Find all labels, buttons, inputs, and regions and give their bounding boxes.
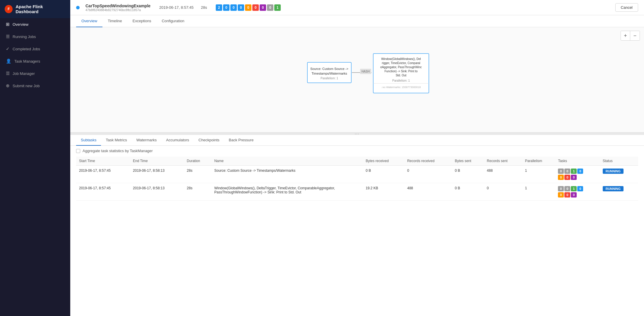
- status-badge-5: 0: [252, 4, 259, 11]
- submit-job-icon: ⊕: [6, 83, 10, 88]
- source-node-parallelism: Parallelism: 1: [321, 77, 338, 80]
- sidebar-header: F Apache Flink Dashboard: [0, 0, 70, 18]
- status-badges: 200000001: [216, 4, 281, 11]
- col-header-3: Name: [211, 157, 363, 166]
- cell-4-0: 0 B: [363, 166, 404, 183]
- cell-6-0: 0 B: [452, 166, 484, 183]
- aggregate-label: Aggregate task statistics by TaskManager: [83, 149, 153, 153]
- sidebar-item-running-jobs[interactable]: ☰ Running Jobs: [0, 30, 70, 43]
- tab-timeline[interactable]: Timeline: [102, 15, 127, 27]
- task-badge-top-1-0: 0: [558, 186, 564, 191]
- status-badge-2: 0: [230, 4, 237, 11]
- subtab-subtasks[interactable]: Subtasks: [76, 135, 101, 146]
- status-badge-6: 0: [260, 4, 266, 11]
- cell-status-1: RUNNING: [600, 183, 638, 201]
- task-badge-bot-1-1: 0: [564, 192, 570, 197]
- sidebar-item-completed-jobs[interactable]: ✓ Completed Jobs: [0, 43, 70, 55]
- status-badge-3: 0: [238, 4, 244, 11]
- hash-label: HASH: [362, 70, 370, 73]
- window-node-line1: Window(GlobalWindows(), Del: [381, 57, 421, 61]
- col-header-6: Bytes sent: [452, 157, 484, 166]
- job-id: 47b8f8240884b82792746bc8fb11857a: [85, 8, 150, 12]
- overview-icon: ⊞: [6, 22, 10, 27]
- window-node-line4: Function) -> Sink: Print to: [384, 70, 418, 73]
- cell-1-1: 2019-06-17, 8:58:13: [130, 183, 184, 201]
- cell-6-1: 0 B: [452, 183, 484, 201]
- main-content: CarTopSpeedWindowingExample 47b8f8240884…: [70, 0, 644, 316]
- status-badge-1: 0: [223, 4, 229, 11]
- cell-7-1: 0: [484, 183, 522, 201]
- job-manager-icon: ☰: [6, 71, 10, 76]
- sidebar: F Apache Flink Dashboard ⊞ Overview☰ Run…: [0, 0, 70, 316]
- sidebar-label-running-jobs: Running Jobs: [13, 35, 36, 39]
- window-node-line5: Std. Out: [396, 74, 407, 77]
- subtab-task-metrics[interactable]: Task Metrics: [101, 135, 131, 146]
- table-row[interactable]: 2019-06-17, 8:57:452019-06-17, 8:58:1328…: [76, 166, 638, 183]
- task-badge-top-1-1: 0: [564, 186, 570, 191]
- col-header-7: Records sent: [484, 157, 522, 166]
- tab-overview[interactable]: Overview: [76, 15, 102, 27]
- cancel-button[interactable]: Cancel: [615, 3, 638, 12]
- task-badge-top-0-3: 0: [577, 169, 583, 174]
- cell-5-1: 488: [404, 183, 452, 201]
- cell-2-1: 28s: [184, 183, 211, 201]
- cell-8-0: 1: [522, 166, 555, 183]
- subtab-back-pressure[interactable]: Back Pressure: [224, 135, 258, 146]
- job-status-indicator: [76, 6, 80, 9]
- cell-1-0: 2019-06-17, 8:58:13: [130, 166, 184, 183]
- completed-jobs-icon: ✓: [6, 46, 10, 51]
- zoom-out-button[interactable]: −: [630, 31, 640, 40]
- table-body: 2019-06-17, 8:57:452019-06-17, 8:58:1328…: [76, 166, 638, 201]
- col-header-10: Status: [600, 157, 638, 166]
- bottom-panel: SubtasksTask MetricsWatermarksAccumulato…: [70, 135, 644, 316]
- topbar: CarTopSpeedWindowingExample 47b8f8240884…: [70, 0, 644, 15]
- subtab-checkpoints[interactable]: Checkpoints: [194, 135, 224, 146]
- task-badge-top-0-0: 0: [558, 169, 564, 174]
- source-node-subtitle: Timestamps/Watermarks: [311, 72, 347, 75]
- flink-logo-icon: F: [5, 5, 13, 13]
- window-node-line2: rigger, TimeEvictor, Comparal: [382, 61, 420, 65]
- zoom-in-button[interactable]: +: [621, 31, 630, 40]
- job-info: CarTopSpeedWindowingExample 47b8f8240884…: [85, 4, 150, 12]
- job-time: 2019-06-17, 8:57:45: [159, 5, 193, 10]
- cell-tasks-0: 0010000: [555, 166, 600, 183]
- status-badge-1: RUNNING: [603, 186, 624, 191]
- col-header-5: Records received: [404, 157, 452, 166]
- subtasks-table: Start TimeEnd TimeDurationNameBytes rece…: [76, 157, 638, 201]
- job-duration: 28s: [201, 5, 207, 10]
- task-badge-top-1-2: 1: [571, 186, 577, 191]
- sidebar-item-overview[interactable]: ⊞ Overview: [0, 18, 70, 30]
- subtab-watermarks[interactable]: Watermarks: [132, 135, 162, 146]
- task-badge-bot-0-0: 0: [558, 175, 564, 180]
- cell-tasks-1: 0010000: [555, 183, 600, 201]
- tab-configuration[interactable]: Configuration: [156, 15, 189, 27]
- subtab-accumulators[interactable]: Accumulators: [161, 135, 194, 146]
- sidebar-item-job-manager[interactable]: ☰ Job Manager: [0, 67, 70, 80]
- task-badge-bot-1-0: 0: [558, 192, 564, 197]
- table-row[interactable]: 2019-06-17, 8:57:452019-06-17, 8:58:1328…: [76, 183, 638, 201]
- graph-area: + − Source: Custom Source -> Timestamps/…: [70, 27, 644, 133]
- cell-0-0: 2019-06-17, 8:57:45: [76, 166, 130, 183]
- cell-8-1: 1: [522, 183, 555, 201]
- cell-7-0: 488: [484, 166, 522, 183]
- running-jobs-icon: ☰: [6, 34, 10, 39]
- aggregate-row: Aggregate task statistics by TaskManager: [76, 149, 638, 153]
- aggregate-checkbox[interactable]: [76, 149, 80, 153]
- status-badge-0: 2: [216, 4, 222, 11]
- cell-0-1: 2019-06-17, 8:57:45: [76, 183, 130, 201]
- app-title: Apache Flink Dashboard: [16, 4, 66, 14]
- sidebar-label-task-managers: Task Managers: [14, 59, 40, 63]
- flow-diagram: Source: Custom Source -> Timestamps/Wate…: [304, 48, 480, 112]
- window-node-parallelism: Parallelism: 1: [392, 79, 410, 82]
- col-header-1: End Time: [130, 157, 184, 166]
- cell-status-0: RUNNING: [600, 166, 638, 183]
- table-head: Start TimeEnd TimeDurationNameBytes rece…: [76, 157, 638, 166]
- sidebar-item-submit-job[interactable]: ⊕ Submit new Job: [0, 80, 70, 92]
- task-badge-top-0-2: 1: [571, 169, 577, 174]
- col-header-4: Bytes received: [363, 157, 404, 166]
- resize-handle[interactable]: [70, 133, 644, 135]
- sidebar-item-task-managers[interactable]: 👤 Task Managers: [0, 55, 70, 67]
- status-badge-4: 0: [245, 4, 251, 11]
- sidebar-nav: ⊞ Overview☰ Running Jobs✓ Completed Jobs…: [0, 18, 70, 92]
- tab-exceptions[interactable]: Exceptions: [127, 15, 157, 27]
